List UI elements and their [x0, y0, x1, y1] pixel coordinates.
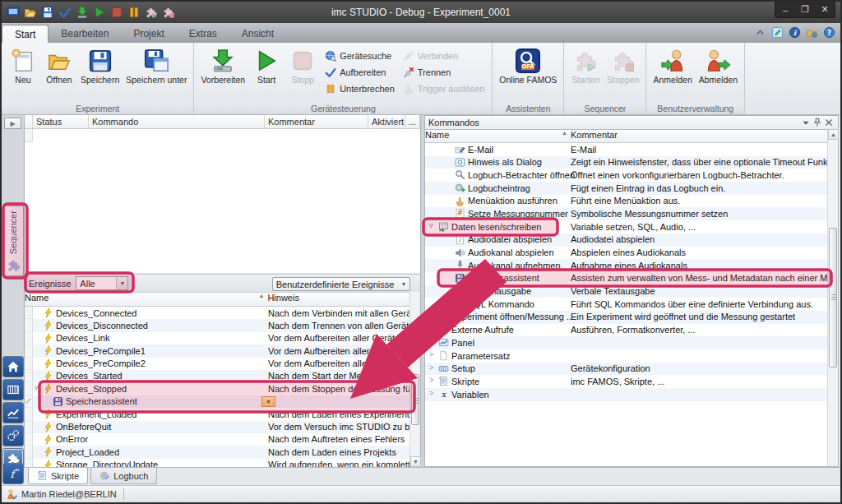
sidebar-item-automation[interactable]	[2, 425, 24, 446]
vorbereiten-button[interactable]: Vorbereiten	[197, 45, 248, 99]
event-row-experiment_loaded[interactable]: Experiment_LoadedNach dem Laden eines Ex…	[25, 408, 420, 420]
abmelden-button[interactable]: Abmelden	[696, 45, 741, 99]
collapse-ribbon-icon[interactable]	[754, 26, 766, 39]
kommandos-column-kommentar[interactable]: Kommentar	[571, 130, 832, 142]
kommando-row-panel[interactable]: >Panel	[425, 336, 838, 349]
unterbrechen-button[interactable]: Unterbrechen	[321, 81, 399, 97]
kommando-row-e-mail[interactable]: E-MailE-Mail	[425, 143, 838, 156]
event-row-devices_precompile1[interactable]: Devices_PreCompile1Vor dem Aufbereiten a…	[25, 344, 420, 357]
maximize-button[interactable]: ❐	[795, 2, 815, 17]
seq-start-dim-icon[interactable]	[145, 6, 158, 19]
events-column-name[interactable]: Name▲	[25, 293, 267, 306]
speichern-button[interactable]: Speichern	[77, 45, 123, 99]
sequence-column-Status[interactable]: Status	[33, 115, 89, 128]
bottom-tab-logbuch[interactable]: Logbuch	[90, 468, 157, 484]
close-button[interactable]: ✕	[815, 2, 835, 17]
panel-expander-button[interactable]: ▶	[4, 118, 21, 129]
collapsed-chevron-icon[interactable]: >	[429, 376, 433, 384]
scroll-up-button[interactable]: ▲	[828, 129, 839, 140]
collapsed-chevron-icon[interactable]: >	[429, 363, 433, 372]
kommando-row-audiokanal-aufnehmen[interactable]: Audiokanal aufnehmenAufnahme eines Audio…	[425, 259, 838, 272]
collapsed-chevron-icon[interactable]: >	[429, 337, 433, 345]
tab-ansicht[interactable]: Ansicht	[229, 25, 286, 43]
sidebar-item-sequencer[interactable]: Sequencer	[3, 206, 24, 276]
sidebar-item-setup[interactable]	[2, 379, 24, 400]
panel-menu-icon[interactable]	[800, 118, 812, 128]
expanded-chevron-icon[interactable]: v	[429, 221, 433, 229]
sequence-table-body[interactable]	[25, 129, 420, 274]
sidebar-item-panel[interactable]	[2, 402, 24, 423]
ger-tesuche-button[interactable]: Gerätesuche	[321, 48, 399, 64]
info-icon[interactable]: i	[789, 26, 801, 39]
event-row-devices_stopped[interactable]: vDevices_StoppedNach dem Stoppen der Mes…	[25, 382, 420, 395]
scrollbar-thumb[interactable]	[829, 228, 837, 368]
kommando-row-setup[interactable]: >SetupGerätekonfiguration	[425, 363, 838, 376]
expanded-chevron-icon[interactable]: v	[35, 383, 39, 391]
kommando-row-setze-messungsnummer[interactable]: #Setze MessungsnummerSymbolische Messung…	[425, 207, 838, 220]
tab-start[interactable]: Start	[2, 25, 49, 43]
kommando-row-daten-lesen-schreiben[interactable]: vDaten lesen/schreibenVariable setzen, S…	[425, 220, 838, 234]
-ffnen-button[interactable]: Öffnen	[41, 45, 77, 99]
kommandos-scrollbar[interactable]: ▲	[827, 129, 838, 466]
dropdown-button[interactable]: ▼	[261, 396, 275, 407]
kommando-row-variablen[interactable]: >xVariablen	[425, 388, 838, 401]
deploy-icon[interactable]	[76, 6, 89, 19]
event-row-onbeforequit[interactable]: OnBeforeQuitVor dem Versuch imc STUDIO z…	[25, 421, 420, 433]
event-row-devices_link[interactable]: Devices_LinkVor dem Aufbereiten aller Ge…	[25, 332, 420, 344]
tab-projekt[interactable]: Projekt	[121, 25, 176, 43]
play-icon[interactable]	[93, 6, 106, 19]
tab-bearbeiten[interactable]: Bearbeiten	[49, 25, 121, 43]
speichern-unter-button[interactable]: Speichern unter	[123, 45, 190, 99]
collapsed-chevron-icon[interactable]: >	[429, 389, 433, 397]
pause-icon[interactable]	[127, 6, 141, 19]
events-column-hinweis[interactable]: Hinweis	[267, 293, 420, 306]
event-row-devices_precompile2[interactable]: Devices_PreCompile2Vor dem Aufbereiten a…	[25, 358, 420, 370]
kommando-row-men-aktion-ausf-hren[interactable]: Menüaktion ausführenFührt eine Menüaktio…	[425, 195, 838, 208]
kommando-row-audiodatei-abspielen[interactable]: ♪Audiodatei abspielenAudiodatei abspiele…	[425, 234, 838, 247]
seq-stop-dim-icon[interactable]	[162, 6, 175, 19]
save-icon[interactable]	[41, 6, 54, 19]
help-icon[interactable]: ?	[823, 26, 835, 39]
event-row-project_loaded[interactable]: Project_LoadedNach dem Laden eines Proje…	[25, 446, 420, 458]
sidebar-item-scripting[interactable]: f	[2, 463, 24, 484]
check-icon[interactable]	[58, 6, 72, 19]
kommando-row-parametersatz[interactable]: >Parametersatz	[425, 349, 838, 363]
sequence-column-Aktiviert[interactable]: Aktiviert	[368, 115, 405, 128]
close-icon[interactable]	[823, 118, 835, 128]
aufbereiten-button[interactable]: Aufbereiten	[321, 64, 399, 81]
event-row-devices_connected[interactable]: Devices_ConnectedNach dem Verbinden mit …	[25, 307, 420, 319]
kommando-row-audiokanal-abspielen[interactable]: Audiokanal abspielenAbspielen eines Audi…	[425, 247, 838, 260]
edit-icon[interactable]	[771, 26, 784, 39]
events-filter-dropdown[interactable]: Alle ▼	[76, 276, 128, 290]
kommandos-column-name[interactable]: Name▲	[425, 130, 571, 142]
minimize-button[interactable]: –	[775, 2, 795, 17]
project-folder-icon[interactable]	[806, 26, 818, 39]
start-button[interactable]: Start	[248, 45, 285, 99]
collapsed-chevron-icon[interactable]: >	[429, 325, 433, 333]
anmelden-button[interactable]: Anmelden	[650, 45, 695, 99]
pin-icon[interactable]	[812, 118, 823, 128]
kommando-row-externe-aufrufe[interactable]: >Externe AufrufeAusführen, Formatkonvert…	[425, 324, 838, 337]
scrollbar-thumb[interactable]	[411, 374, 419, 425]
online-famos-button[interactable]: OFAOnline FAMOS	[496, 45, 560, 99]
collapsed-chevron-icon[interactable]: >	[429, 350, 433, 358]
kommando-row-skripte[interactable]: >Skripteimc FAMOS, Skripte, ...	[425, 375, 838, 388]
kommando-row-sql-kommando[interactable]: SQL KommandoFührt SQL Kommandos über ein…	[425, 298, 838, 311]
kommando-row-sprachausgabe[interactable]: SprachausgabeVerbale Textausgabe	[425, 285, 838, 298]
event-row-devices_started[interactable]: Devices_StartedNach dem Start der Messun…	[25, 370, 420, 382]
stop-red-icon[interactable]	[110, 6, 123, 19]
event-row-onerror[interactable]: OnErrorNach dem Auftreten eines Fehlers	[25, 433, 420, 446]
sequence-column-...[interactable]: ...	[405, 115, 420, 128]
event-row-devices_disconnected[interactable]: Devices_DisconnectedNach dem Trennen von…	[25, 319, 420, 331]
kommando-row-experiment-ffnen-messung-[interactable]: Experiment öffnen/Messung ...Ein Experim…	[425, 311, 838, 324]
custom-events-button[interactable]: Benutzerdefinierte Ereignisse ▼	[272, 277, 410, 291]
events-scrollbar[interactable]: ▼	[409, 292, 420, 467]
sequence-column-Kommentar[interactable]: Kommentar	[265, 115, 368, 128]
scroll-down-button[interactable]: ▼	[410, 456, 421, 467]
sequence-column-gutter[interactable]	[25, 115, 33, 128]
sequence-column-Kommando[interactable]: Kommando	[89, 115, 265, 128]
tab-extras[interactable]: Extras	[177, 25, 229, 43]
trennen-button[interactable]: Trennen	[399, 64, 489, 81]
event-row-speicherassistent[interactable]: Speicherassistent▼	[25, 395, 420, 408]
kommando-row-speicherassistent[interactable]: SpeicherassistentAssisten zum verwalten …	[425, 272, 838, 285]
